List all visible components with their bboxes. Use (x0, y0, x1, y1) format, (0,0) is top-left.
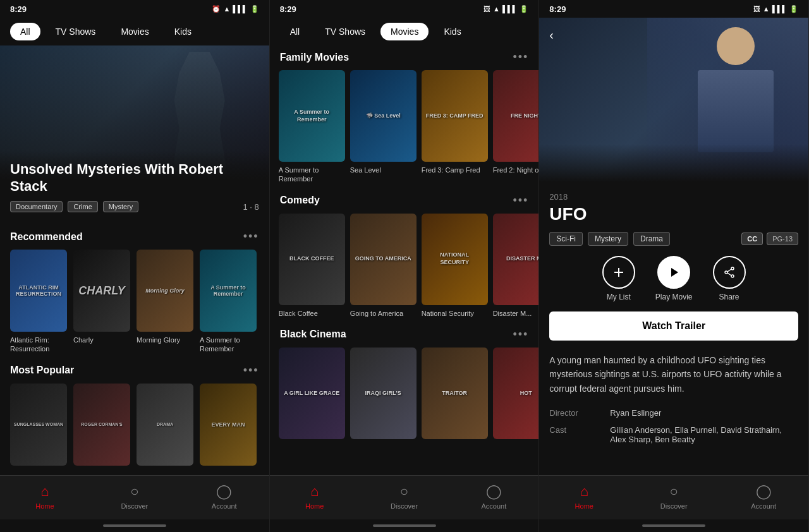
tab-kids-2[interactable]: Kids (434, 23, 471, 40)
popular-thumb-2: DRAMA (137, 384, 193, 466)
discover-icon-3: ○ (670, 483, 678, 500)
account-icon-2: ◯ (486, 483, 502, 500)
popular-thumb-3: EVERY MAN (200, 384, 257, 466)
back-button[interactable]: ‹ (549, 28, 554, 42)
comedy-label-0: Black Coffee (279, 309, 345, 318)
movie-thumb-inner-3: A Summer to Remember (200, 250, 257, 332)
status-time-1: 8:29 (10, 4, 27, 14)
watch-trailer-button[interactable]: Watch Trailer (549, 311, 798, 341)
actions-row: My List Play Movie (549, 256, 798, 301)
comedy-row: BLACK COFFEE Black Coffee GOING TO AMERI… (270, 214, 539, 318)
nav-home-3[interactable]: ⌂ Home (565, 483, 603, 510)
detail-title: UFO (549, 204, 798, 224)
nav-discover-2[interactable]: ○ Discover (386, 483, 423, 510)
director-key: Director (549, 408, 600, 418)
popular-card-2[interactable]: DRAMA (137, 384, 193, 469)
share-button[interactable]: Share (713, 256, 746, 301)
movie-thumb-inner-0: ATLANTIC RIM RESURRECTION (10, 250, 67, 332)
section-more-comedy[interactable]: ••• (513, 194, 528, 207)
svg-point-5 (725, 271, 727, 274)
nav-discover-1[interactable]: ○ Discover (116, 483, 154, 510)
signal-icon-2: ▌▌▌ (502, 5, 517, 13)
hero-tag-mystery: Mystery (103, 201, 139, 212)
movie-card-3[interactable]: A Summer to Remember A Summer to Remembe… (200, 250, 257, 354)
bc-card-0[interactable]: A GIRL LIKE GRACE (279, 348, 345, 443)
section-header-recommended: Recommended ••• (0, 230, 269, 243)
nav-account-1[interactable]: ◯ Account (205, 483, 243, 510)
tab-movies-2[interactable]: Movies (380, 23, 429, 40)
popular-card-3[interactable]: EVERY MAN (200, 384, 257, 469)
comedy-card-1[interactable]: GOING TO AMERICA Going to America (350, 214, 417, 318)
movie-card-1[interactable]: CHARLY Charly (73, 250, 130, 354)
movie-card-0[interactable]: ATLANTIC RIM RESURRECTION Atlantic Rim: … (10, 250, 67, 354)
family-card-3[interactable]: FRE NIGHT Fred 2: Night of... (493, 70, 539, 184)
comedy-card-3[interactable]: DISASTER MO Disaster M... (493, 214, 539, 318)
signal-icon-3: ▌▌▌ (772, 5, 787, 13)
bc-card-3[interactable]: HOT (493, 348, 539, 443)
wifi-icon-2: ▲ (493, 5, 500, 13)
person-body (698, 70, 774, 152)
hero-overlay-1: Unsolved Mysteries With Robert Stack Doc… (0, 151, 269, 222)
nav-home-1[interactable]: ⌂ Home (26, 483, 64, 510)
family-card-1[interactable]: 🦈 Sea Level Sea Level (350, 70, 417, 184)
detail-content[interactable]: 2018 UFO Sci-Fi Mystery Drama CC PG-13 M… (539, 182, 808, 475)
bc-card-2[interactable]: TRAITOR (422, 348, 488, 443)
movie-label-2: Morning Glory (137, 336, 193, 344)
movie-thumb-inner-2: Morning Glory (137, 250, 193, 332)
hero-section-1: Unsolved Mysteries With Robert Stack Doc… (0, 45, 269, 222)
detail-hero: ‹ (539, 18, 808, 182)
detail-tags-row: Sci-Fi Mystery Drama CC PG-13 (549, 232, 798, 246)
detail-person-container (688, 27, 783, 154)
comedy-card-0[interactable]: BLACK COFFEE Black Coffee (279, 214, 345, 318)
description: A young man haunted by a childhood UFO s… (549, 353, 798, 396)
section-title-recommended: Recommended (10, 231, 83, 243)
family-thumb-1: 🦈 Sea Level (350, 70, 417, 162)
phone-2: 8:29 🖼 ▲ ▌▌▌ 🔋 All TV Shows Movies Kids … (270, 0, 540, 532)
tab-all-2[interactable]: All (280, 23, 310, 40)
nav-discover-3[interactable]: ○ Discover (655, 483, 693, 510)
wifi-icon-3: ▲ (763, 5, 770, 13)
svg-point-4 (731, 275, 734, 277)
content-scroll-1[interactable]: Recommended ••• ATLANTIC RIM RESURRECTIO… (0, 222, 269, 475)
status-bar-3: 8:29 🖼 ▲ ▌▌▌ 🔋 (539, 0, 808, 18)
family-thumb-2: FRED 3: CAMP FRED (422, 70, 488, 162)
section-more-recommended[interactable]: ••• (243, 230, 259, 243)
photo-icon-2: 🖼 (484, 5, 490, 13)
popular-inner-3: EVERY MAN (200, 384, 257, 466)
section-more-black-cinema[interactable]: ••• (513, 328, 528, 341)
status-bar-2: 8:29 🖼 ▲ ▌▌▌ 🔋 (270, 0, 539, 18)
share-label: Share (719, 293, 739, 301)
movie-label-3: A Summer to Remember (200, 336, 257, 354)
section-header-comedy: Comedy ••• (270, 194, 539, 207)
detail-tag-scifi: Sci-Fi (549, 232, 583, 246)
tab-movies-1[interactable]: Movies (111, 23, 159, 40)
section-more-family[interactable]: ••• (513, 51, 528, 64)
play-movie-button[interactable]: Play Movie (655, 256, 693, 301)
bc-card-1[interactable]: IRAQI GIRL'S (350, 348, 417, 443)
my-list-button[interactable]: My List (602, 256, 635, 301)
popular-card-1[interactable]: ROGER CORMAN'S (73, 384, 130, 469)
nav-account-2[interactable]: ◯ Account (475, 483, 513, 510)
hero-title-1: Unsolved Mysteries With Robert Stack (10, 161, 259, 195)
tab-tvshows-2[interactable]: TV Shows (315, 23, 375, 40)
person-head (717, 27, 755, 65)
nav-account-3[interactable]: ◯ Account (745, 483, 782, 510)
photo-icon-3: 🖼 (753, 5, 760, 13)
tab-tvshows-1[interactable]: TV Shows (46, 23, 106, 40)
phone-1: 8:29 ⏰ ▲ ▌▌▌ 🔋 All TV Shows Movies Kids … (0, 0, 270, 532)
movies-scroll-2[interactable]: Family Movies ••• A Summer to Remember A… (270, 45, 539, 475)
nav-home-2[interactable]: ⌂ Home (296, 483, 334, 510)
family-card-0[interactable]: A Summer to Remember A Summer to Remembe… (279, 70, 345, 184)
family-card-2[interactable]: FRED 3: CAMP FRED Fred 3: Camp Fred (422, 70, 488, 184)
section-title-popular: Most Popular (10, 365, 74, 376)
comedy-card-2[interactable]: NATIONAL SECURITY National Security (422, 214, 488, 318)
popular-card-0[interactable]: SUNGLASSES WOMAN (10, 384, 67, 469)
movie-card-2[interactable]: Morning Glory Morning Glory (137, 250, 193, 354)
tab-kids-1[interactable]: Kids (164, 23, 202, 40)
section-comedy: Comedy ••• BLACK COFFEE Black Coffee GOI… (270, 194, 539, 318)
section-more-popular[interactable]: ••• (243, 364, 259, 377)
tab-all-1[interactable]: All (10, 23, 40, 40)
svg-marker-2 (671, 268, 678, 277)
comedy-thumb-3: DISASTER MO (493, 214, 539, 305)
home-indicator-3 (539, 519, 808, 532)
